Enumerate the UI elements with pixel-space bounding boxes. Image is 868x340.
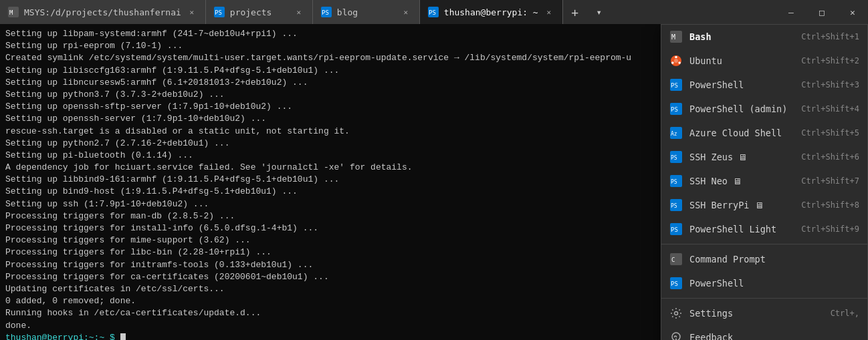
ssh-menu-icon: PS: [669, 150, 683, 164]
ssh-menu-icon: PS: [669, 174, 683, 188]
tab-projects[interactable]: PS projects ✕: [206, 0, 313, 24]
svg-text:PS: PS: [671, 82, 678, 89]
svg-text:PS: PS: [671, 155, 677, 161]
svg-text:M: M: [671, 33, 675, 41]
menu-item-cmd[interactable]: CCommand Prompt: [661, 247, 867, 271]
tab-blog-close[interactable]: ✕: [401, 7, 411, 17]
ubuntu-menu-icon: [669, 54, 683, 67]
menu-item-powershell-admin[interactable]: PSPowerShell (admin)Ctrl+Shift+4: [661, 97, 867, 121]
menu-item-powershell[interactable]: PSPowerShellCtrl+Shift+3: [661, 73, 867, 97]
menu-item-powershell2[interactable]: PSPowerShell: [661, 271, 867, 295]
svg-point-14: [671, 61, 674, 64]
title-bar: M MSYS:/d/projects/thushanfernai ✕ PS pr…: [0, 0, 868, 24]
menu-item-label-powershell: PowerShell: [689, 79, 794, 90]
ps-icon-berrypi: PS: [428, 7, 439, 17]
svg-text:Az: Az: [671, 131, 677, 137]
svg-text:PS: PS: [671, 281, 678, 287]
menu-item-shortcut-ssh-zeus: Ctrl+Shift+6: [801, 152, 859, 162]
menu-item-label-settings: Settings: [689, 308, 824, 319]
minimize-button[interactable]: —: [776, 0, 806, 24]
menu-divider: [661, 298, 867, 299]
dropdown-button[interactable]: ▾: [587, 0, 611, 24]
svg-point-11: [674, 59, 678, 63]
svg-text:PS: PS: [215, 9, 222, 16]
menu-item-label-ssh-zeus: SSH Zeus 🖥: [689, 152, 794, 162]
menu-item-shortcut-azure: Ctrl+Shift+5: [801, 128, 859, 138]
svg-text:PS: PS: [429, 9, 436, 16]
menu-item-label-bash: Bash: [689, 31, 794, 42]
svg-text:PS: PS: [671, 106, 678, 113]
tab-msys[interactable]: M MSYS:/d/projects/thushanfernai ✕: [0, 0, 206, 24]
tab-berrypi[interactable]: PS thushan@berrypi: ~ ✕: [420, 0, 563, 24]
menu-item-label-ubuntu: Ubuntu: [689, 55, 794, 66]
menu-item-settings[interactable]: SettingsCtrl+,: [661, 301, 867, 325]
menu-item-label-powershell2: PowerShell: [689, 278, 859, 289]
svg-text:M: M: [9, 9, 13, 16]
close-button[interactable]: ✕: [837, 0, 868, 24]
menu-item-shortcut-settings: Ctrl+,: [831, 309, 859, 318]
menu-item-shortcut-powershell-admin: Ctrl+Shift+4: [801, 104, 859, 114]
menu-item-label-powershell-admin: PowerShell (admin): [689, 104, 794, 114]
tab-projects-label: projects: [230, 7, 288, 17]
tab-msys-label: MSYS:/d/projects/thushanfernai: [24, 7, 181, 17]
menu-item-powershell-light[interactable]: PSPowerShell LightCtrl+Shift+9: [661, 217, 867, 241]
menu-item-bash[interactable]: MBashCtrl+Shift+1: [661, 25, 867, 49]
menu-item-shortcut-ubuntu: Ctrl+Shift+2: [801, 56, 859, 65]
tab-berrypi-label: thushan@berrypi: ~: [444, 7, 538, 17]
terminal-prompt: thushan@berrypi:~:~ $: [5, 333, 120, 340]
window-controls: — □ ✕: [776, 0, 868, 24]
menu-item-label-powershell-light: PowerShell Light: [689, 224, 794, 234]
menu-item-label-cmd: Command Prompt: [689, 254, 859, 265]
menu-item-ubuntu[interactable]: UbuntuCtrl+Shift+2: [661, 49, 867, 73]
dropdown-menu: MBashCtrl+Shift+1UbuntuCtrl+Shift+2PSPow…: [661, 24, 868, 340]
menu-item-ssh-neo[interactable]: PSSSH Neo 🖥Ctrl+Shift+7: [661, 169, 867, 193]
tab-berrypi-close[interactable]: ✕: [544, 7, 554, 17]
ssh-menu-icon: PS: [669, 198, 683, 212]
menu-item-shortcut-bash: Ctrl+Shift+1: [801, 32, 859, 41]
menu-divider: [661, 244, 867, 244]
menu-item-azure[interactable]: AzAzure Cloud ShellCtrl+Shift+5: [661, 121, 867, 145]
tab-projects-close[interactable]: ✕: [294, 7, 304, 17]
cmd-menu-icon: C: [669, 252, 683, 266]
tab-blog[interactable]: PS blog ✕: [313, 0, 420, 24]
svg-text:PS: PS: [671, 226, 678, 233]
svg-point-12: [675, 56, 677, 59]
azure-menu-icon: Az: [669, 126, 683, 140]
ps-icon-projects: PS: [214, 7, 225, 17]
maximize-button[interactable]: □: [806, 0, 837, 24]
svg-point-33: [675, 312, 678, 315]
menu-item-ssh-zeus[interactable]: PSSSH Zeus 🖥Ctrl+Shift+6: [661, 145, 867, 169]
ps-icon-blog: PS: [321, 7, 332, 17]
svg-text:C: C: [671, 257, 675, 263]
powershell-menu-icon: PS: [669, 277, 683, 290]
powershell-menu-icon: PS: [669, 78, 683, 92]
feedback-menu-icon: [669, 331, 683, 340]
svg-text:PS: PS: [671, 203, 677, 209]
menu-item-shortcut-ssh-berrypi: Ctrl+Shift+8: [801, 200, 859, 210]
svg-text:PS: PS: [322, 9, 329, 16]
menu-item-label-ssh-berrypi: SSH BerryPi 🖥: [689, 200, 794, 210]
msys-menu-icon: M: [669, 30, 683, 43]
tab-blog-label: blog: [337, 7, 395, 17]
powershell-admin-menu-icon: PS: [669, 102, 683, 116]
menu-item-shortcut-powershell-light: Ctrl+Shift+9: [801, 224, 859, 234]
menu-item-label-ssh-neo: SSH Neo 🖥: [689, 176, 794, 186]
svg-point-13: [678, 61, 681, 64]
menu-item-shortcut-ssh-neo: Ctrl+Shift+7: [801, 176, 859, 186]
powershell-menu-icon: PS: [669, 222, 683, 236]
menu-item-shortcut-powershell: Ctrl+Shift+3: [801, 80, 859, 90]
svg-text:PS: PS: [671, 179, 677, 185]
settings-menu-icon: [669, 307, 683, 320]
menu-item-label-feedback: Feedback: [689, 332, 859, 340]
menu-item-ssh-berrypi[interactable]: PSSSH BerryPi 🖥Ctrl+Shift+8: [661, 193, 867, 217]
tab-msys-close[interactable]: ✕: [187, 7, 197, 17]
main-area: Setting up libpam-systemd:armhf (241-7~d…: [0, 24, 868, 340]
menu-item-feedback[interactable]: Feedback: [661, 325, 867, 340]
new-tab-button[interactable]: +: [563, 0, 587, 24]
terminal-cursor: [120, 333, 126, 340]
msys-icon: M: [8, 7, 19, 17]
menu-item-label-azure: Azure Cloud Shell: [689, 128, 794, 138]
